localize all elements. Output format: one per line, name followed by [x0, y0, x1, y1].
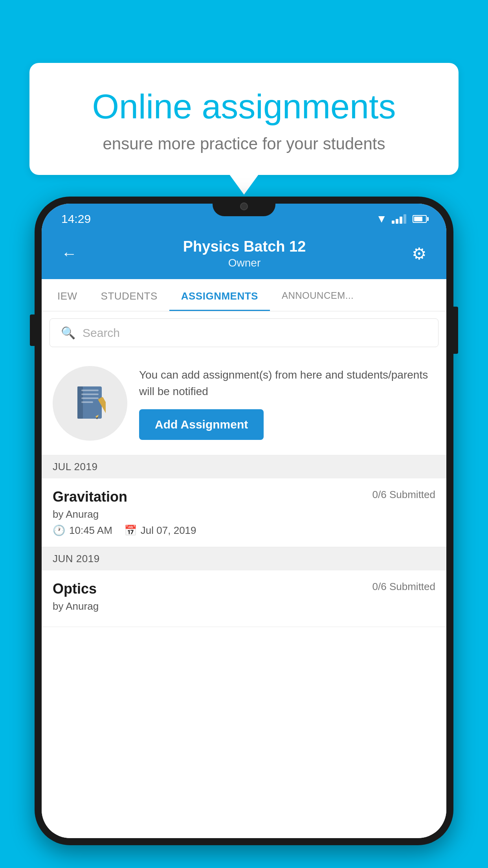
tabs-bar: IEW STUDENTS ASSIGNMENTS ANNOUNCEM... — [42, 279, 446, 311]
assignment-item-optics[interactable]: Optics 0/6 Submitted by Anurag — [42, 570, 446, 627]
tab-assignments[interactable]: ASSIGNMENTS — [169, 279, 270, 311]
header-title-area: Physics Batch 12 Owner — [77, 238, 412, 269]
empty-state-description: You can add assignment(s) from here and … — [139, 367, 435, 400]
status-icons: ▼ — [376, 213, 427, 225]
tab-announcements[interactable]: ANNOUNCEM... — [270, 279, 365, 311]
meta-date: 📅 Jul 07, 2019 — [124, 524, 196, 537]
svg-rect-4 — [81, 397, 99, 399]
assignment-by-optics: by Anurag — [53, 600, 435, 612]
assignment-item-gravitation[interactable]: Gravitation 0/6 Submitted by Anurag 🕐 10… — [42, 478, 446, 547]
front-camera — [240, 202, 248, 210]
content-area: 🔍 Search — [42, 311, 446, 838]
search-icon: 🔍 — [61, 326, 75, 340]
add-assignment-button[interactable]: Add Assignment — [139, 409, 264, 440]
meta-time: 🕐 10:45 AM — [53, 524, 112, 537]
assignment-header-row-optics: Optics 0/6 Submitted — [53, 581, 435, 597]
svg-rect-5 — [81, 401, 93, 403]
phone-screen: 14:29 ▼ ← Phys — [42, 204, 446, 838]
assignment-name: Gravitation — [53, 489, 127, 505]
signal-icon — [392, 214, 406, 224]
back-button[interactable]: ← — [61, 245, 77, 263]
search-box[interactable]: 🔍 Search — [50, 318, 438, 347]
assignment-time: 10:45 AM — [69, 524, 112, 537]
tab-iew[interactable]: IEW — [46, 279, 89, 311]
notebook-svg-icon — [74, 386, 106, 421]
search-input[interactable]: Search — [83, 326, 120, 340]
assignment-header-row: Gravitation 0/6 Submitted — [53, 489, 435, 505]
speech-bubble-title: Online assignments — [61, 86, 427, 127]
speech-bubble: Online assignments ensure more practice … — [29, 63, 459, 175]
phone-notch — [213, 197, 275, 216]
empty-state: You can add assignment(s) from here and … — [42, 354, 446, 455]
clock-icon: 🕐 — [53, 524, 65, 537]
settings-icon[interactable]: ⚙ — [412, 244, 427, 263]
tab-students[interactable]: STUDENTS — [89, 279, 169, 311]
assignment-submitted-optics: 0/6 Submitted — [372, 581, 435, 593]
wifi-icon: ▼ — [376, 213, 387, 225]
status-time: 14:29 — [61, 212, 91, 226]
assignment-submitted: 0/6 Submitted — [372, 489, 435, 501]
svg-rect-2 — [81, 390, 99, 391]
assignment-meta: 🕐 10:45 AM 📅 Jul 07, 2019 — [53, 524, 435, 537]
batch-subtitle: Owner — [77, 257, 412, 269]
batch-title: Physics Batch 12 — [77, 238, 412, 255]
search-container: 🔍 Search — [42, 311, 446, 354]
assignment-name-optics: Optics — [53, 581, 97, 597]
assignment-icon-circle — [53, 366, 127, 441]
phone-outer: 14:29 ▼ ← Phys — [35, 197, 453, 845]
month-separator-jul: JUL 2019 — [42, 455, 446, 478]
speech-bubble-subtitle: ensure more practice for your students — [61, 134, 427, 153]
battery-icon — [413, 215, 427, 223]
month-separator-jun: JUN 2019 — [42, 547, 446, 570]
speech-bubble-container: Online assignments ensure more practice … — [29, 63, 459, 175]
calendar-icon: 📅 — [124, 524, 137, 537]
app-header: ← Physics Batch 12 Owner ⚙ — [42, 230, 446, 279]
svg-rect-3 — [81, 394, 99, 395]
assignment-date: Jul 07, 2019 — [141, 524, 196, 537]
phone-wrapper: 14:29 ▼ ← Phys — [35, 197, 453, 868]
empty-state-right: You can add assignment(s) from here and … — [139, 367, 435, 440]
assignment-by: by Anurag — [53, 508, 435, 520]
